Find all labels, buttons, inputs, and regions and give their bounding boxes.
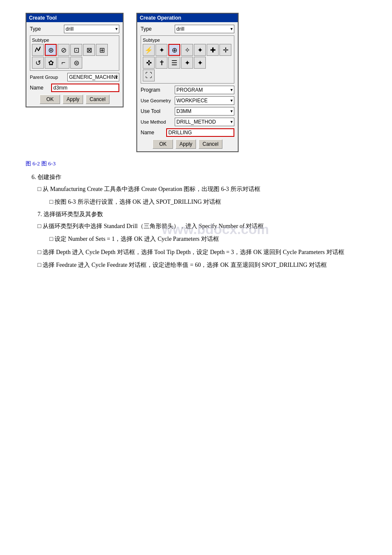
use-tool-select[interactable]: D3MM bbox=[175, 107, 234, 116]
op-subtype-icon-5[interactable]: ✚ bbox=[207, 44, 219, 56]
subtype-icon-7[interactable]: ✿ bbox=[45, 57, 57, 69]
op-type-select[interactable]: drill bbox=[175, 25, 234, 33]
op-type-label: Type bbox=[141, 26, 175, 32]
op-subtype-icon-10[interactable]: ✦ bbox=[181, 57, 193, 69]
para-2: □ 按图 6-3 所示进行设置，选择 OK 进入 SPOT_DRILLING 对… bbox=[26, 197, 221, 207]
use-geometry-select-wrapper[interactable]: WORKPIECE ▼ bbox=[175, 96, 234, 105]
tool-apply-button[interactable]: Apply bbox=[63, 95, 83, 104]
use-tool-select-wrapper[interactable]: D3MM ▼ bbox=[175, 107, 234, 116]
subtype-icon-2[interactable]: ⊘ bbox=[58, 44, 69, 56]
tool-dialog-buttons: OK Apply Cancel bbox=[30, 95, 119, 104]
name-input-op[interactable] bbox=[166, 128, 234, 137]
op-dialog-buttons: OK Apply Cancel bbox=[141, 139, 234, 149]
type-select[interactable]: drill bbox=[64, 25, 119, 33]
section-heading-6: 6. 创建操作 bbox=[26, 173, 61, 181]
subtype-icon-1[interactable]: ⊛ bbox=[45, 44, 57, 56]
para-4: □ 设定 Number of Sets = 1，选择 OK 进入 Cycle P… bbox=[26, 234, 219, 244]
create-operation-dialog: Create Operation Type drill ▼ bbox=[136, 13, 239, 152]
op-subtype-icon-8[interactable]: ✝ bbox=[156, 57, 167, 69]
subtype-group-tool: Subtype 🗲 ⊛ ⊘ ⊡ ⊠ ⊞ ↺ ✿ ⌐ ⊜ bbox=[30, 35, 119, 71]
op-subtype-icon-12[interactable]: ⛶ bbox=[143, 69, 155, 81]
op-subtype-icon-1[interactable]: ✦ bbox=[156, 44, 167, 56]
subtype-icon-6[interactable]: ↺ bbox=[32, 57, 44, 69]
use-geometry-select[interactable]: WORKPIECE bbox=[175, 96, 234, 105]
caption-text: 图 6-2 图 6-3 bbox=[26, 160, 55, 168]
use-method-select[interactable]: DRILL_METHOD bbox=[175, 118, 234, 126]
create-operation-title: Create Operation bbox=[137, 14, 238, 22]
subtype-icons-tool: 🗲 ⊛ ⊘ ⊡ ⊠ ⊞ ↺ ✿ ⌐ ⊜ bbox=[32, 44, 117, 69]
subtype-icon-5[interactable]: ⊞ bbox=[96, 44, 108, 56]
program-select-wrapper[interactable]: PROGRAM ▼ bbox=[175, 86, 234, 94]
op-apply-button[interactable]: Apply bbox=[176, 139, 196, 149]
section-heading-7: 7. 选择循环类型及其参数 bbox=[26, 211, 103, 218]
create-tool-title: Create Tool bbox=[26, 14, 123, 22]
subtype-icon-4[interactable]: ⊠ bbox=[83, 44, 95, 56]
name-label-op: Name bbox=[141, 130, 166, 136]
type-label: Type bbox=[30, 26, 64, 32]
parent-group-select-wrapper[interactable]: GENERIC_MACHINE ▼ bbox=[67, 73, 119, 81]
program-select[interactable]: PROGRAM bbox=[175, 86, 234, 94]
op-subtype-icon-7[interactable]: ✜ bbox=[143, 57, 155, 69]
subtype-label-op: Subtype bbox=[143, 38, 232, 43]
subtype-icon-8[interactable]: ⌐ bbox=[58, 57, 69, 69]
tool-ok-button[interactable]: OK bbox=[40, 95, 60, 104]
parent-group-select[interactable]: GENERIC_MACHINE bbox=[67, 73, 119, 81]
op-cancel-button[interactable]: Cancel bbox=[199, 139, 222, 149]
op-subtype-icon-2[interactable]: ⊕ bbox=[168, 44, 180, 56]
op-subtype-icon-0[interactable]: ⚡ bbox=[143, 44, 155, 56]
para-5: □ 选择 Depth 进入 Cycle Depth 对话框，选择 Tool Ti… bbox=[26, 248, 344, 257]
subtype-group-op: Subtype ⚡ ✦ ⊕ ✧ ✦ ✚ ✛ ✜ ✝ ☰ ✦ bbox=[141, 35, 234, 84]
subtype-icon-0[interactable]: 🗲 bbox=[32, 44, 44, 56]
op-type-select-wrapper[interactable]: drill ▼ bbox=[175, 25, 234, 33]
op-ok-button[interactable]: OK bbox=[153, 139, 173, 149]
use-geometry-label: Use Geometry bbox=[141, 98, 175, 103]
subtype-icons-op: ⚡ ✦ ⊕ ✧ ✦ ✚ ✛ ✜ ✝ ☰ ✦ ✦ bbox=[143, 44, 232, 69]
para-1: □ 从 Manufacturing Create 工具条中选择 Create O… bbox=[26, 185, 260, 194]
subtype-icon-3[interactable]: ⊡ bbox=[70, 44, 82, 56]
para-3: □ 从循环类型列表中选择 Standard Drill（三角形箭头），进入 Sp… bbox=[26, 222, 264, 231]
name-label-tool: Name bbox=[30, 85, 51, 91]
use-method-select-wrapper[interactable]: DRILL_METHOD ▼ bbox=[175, 118, 234, 126]
op-subtype-icon-11[interactable]: ✦ bbox=[194, 57, 206, 69]
op-subtype-icon-4[interactable]: ✦ bbox=[194, 44, 206, 56]
parent-group-label: Parent Group bbox=[30, 75, 67, 80]
use-tool-label: Use Tool bbox=[141, 108, 175, 114]
op-subtype-icon-9[interactable]: ☰ bbox=[168, 57, 180, 69]
create-tool-dialog: Create Tool Type drill ▼ bbox=[26, 13, 124, 107]
subtype-icon-9[interactable]: ⊜ bbox=[70, 57, 82, 69]
op-subtype-icon-3[interactable]: ✧ bbox=[181, 44, 193, 56]
subtype-label-tool: Subtype bbox=[32, 38, 117, 43]
type-select-wrapper[interactable]: drill ▼ bbox=[64, 25, 119, 33]
tool-cancel-button[interactable]: Cancel bbox=[86, 95, 109, 104]
name-input-tool[interactable] bbox=[51, 84, 119, 92]
use-method-label: Use Method bbox=[141, 119, 175, 124]
para-6: □ 选择 Feedrate 进入 Cycle Feedrate 对话框，设定进给… bbox=[26, 260, 327, 270]
program-label: Program bbox=[141, 87, 175, 93]
op-subtype-icon-6[interactable]: ✛ bbox=[219, 44, 231, 56]
